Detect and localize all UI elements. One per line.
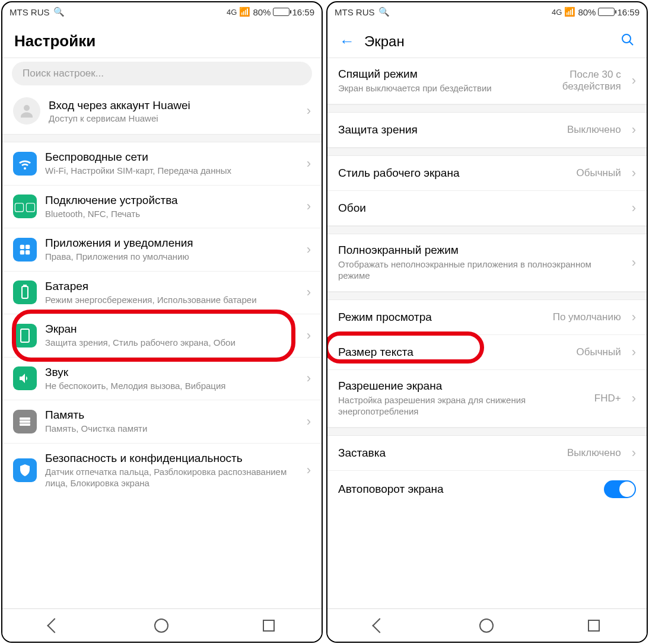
svg-rect-2 bbox=[26, 245, 30, 249]
row-title: Защита зрения bbox=[338, 123, 560, 136]
chevron-right-icon: › bbox=[632, 310, 636, 325]
signal-icon: 📶 bbox=[239, 7, 250, 17]
chevron-right-icon: › bbox=[632, 391, 636, 406]
row-resolution[interactable]: Разрешение экрана Настройка разрешения э… bbox=[327, 370, 647, 428]
nav-home-button[interactable] bbox=[154, 619, 168, 633]
devices-icon: ▢▢ bbox=[13, 195, 37, 218]
phone-left: MTS RUS 🔍 4G 📶 80% 16:59 Настройки Поиск… bbox=[1, 1, 323, 643]
svg-point-0 bbox=[24, 105, 30, 111]
row-text-size[interactable]: Размер текста Обычный › bbox=[327, 335, 647, 370]
row-fullscreen[interactable]: Полноэкранный режим Отображать неполноэк… bbox=[327, 234, 647, 292]
section-gap bbox=[327, 226, 647, 234]
nav-back-button[interactable] bbox=[47, 618, 62, 633]
clock: 16:59 bbox=[292, 7, 314, 17]
display-icon bbox=[13, 324, 37, 347]
row-title: Подключение устройства bbox=[45, 194, 298, 207]
page-header: ← Экран bbox=[327, 21, 647, 58]
back-button[interactable]: ← bbox=[339, 32, 355, 50]
clock: 16:59 bbox=[617, 7, 640, 17]
search-icon[interactable] bbox=[621, 33, 635, 50]
row-sub: Wi-Fi, Настройки SIM-карт, Передача данн… bbox=[45, 165, 298, 177]
row-home-style[interactable]: Стиль рабочего экрана Обычный › bbox=[327, 156, 647, 191]
row-sub: Отображать неполноэкранные приложения в … bbox=[338, 259, 621, 282]
row-title: Звук bbox=[45, 366, 298, 379]
account-sub: Доступ к сервисам Huawei bbox=[49, 113, 190, 123]
row-wallpaper[interactable]: Обои › bbox=[327, 191, 647, 226]
network-icon: 4G bbox=[552, 8, 562, 17]
carrier-label: MTS RUS bbox=[335, 7, 375, 17]
chevron-right-icon: › bbox=[307, 285, 311, 300]
chevron-right-icon: › bbox=[307, 463, 311, 478]
carrier-label: MTS RUS bbox=[9, 7, 50, 17]
row-sub: Настройка разрешения экрана для снижения… bbox=[338, 394, 587, 417]
row-title: Режим просмотра bbox=[338, 311, 546, 324]
svg-rect-7 bbox=[21, 329, 29, 342]
nav-home-button[interactable] bbox=[479, 619, 494, 633]
section-gap bbox=[2, 134, 322, 142]
account-row[interactable]: Вход через аккаунт Huawei Доступ к серви… bbox=[2, 91, 322, 134]
row-security[interactable]: Безопасность и конфиденциальность Датчик… bbox=[2, 444, 322, 498]
storage-icon bbox=[13, 410, 37, 433]
search-status-icon: 🔍 bbox=[378, 7, 390, 17]
nav-recent-button[interactable] bbox=[263, 620, 275, 632]
chevron-right-icon: › bbox=[307, 199, 311, 214]
row-apps[interactable]: Приложения и уведомления Права, Приложен… bbox=[2, 228, 322, 272]
auto-rotate-toggle[interactable] bbox=[604, 480, 636, 498]
row-title: Заставка bbox=[338, 447, 560, 460]
row-title: Беспроводные сети bbox=[45, 151, 298, 164]
chevron-right-icon: › bbox=[632, 165, 636, 181]
sound-icon bbox=[13, 366, 37, 390]
phone-right: MTS RUS 🔍 4G 📶 80% 16:59 ← Экран Спящий … bbox=[326, 1, 648, 643]
avatar-icon bbox=[13, 97, 40, 125]
row-title: Память bbox=[45, 409, 298, 422]
row-title: Размер текста bbox=[338, 346, 570, 359]
row-sub: Память, Очистка памяти bbox=[45, 423, 298, 435]
navbar bbox=[2, 608, 322, 642]
row-value: После 30 с бездействия bbox=[520, 69, 621, 93]
signal-icon: 📶 bbox=[564, 7, 575, 17]
row-title: Разрешение экрана bbox=[338, 380, 587, 393]
row-title: Приложения и уведомления bbox=[45, 237, 298, 250]
chevron-right-icon: › bbox=[307, 414, 311, 429]
svg-rect-10 bbox=[20, 423, 30, 426]
row-device-connect[interactable]: ▢▢ Подключение устройства Bluetooth, NFC… bbox=[2, 186, 322, 229]
row-sub: Датчик отпечатка пальца, Разблокировка р… bbox=[45, 466, 298, 489]
settings-scroll[interactable]: Поиск настроек... Вход через аккаунт Hua… bbox=[2, 58, 322, 608]
search-input[interactable]: Поиск настроек... bbox=[12, 62, 312, 85]
row-title: Стиль рабочего экрана bbox=[338, 167, 570, 180]
chevron-right-icon: › bbox=[632, 122, 636, 138]
row-auto-rotate[interactable]: Автоповорот экрана bbox=[327, 471, 647, 508]
chevron-right-icon: › bbox=[307, 103, 311, 119]
nav-recent-button[interactable] bbox=[588, 620, 600, 632]
search-status-icon: 🔍 bbox=[53, 7, 65, 17]
chevron-right-icon: › bbox=[307, 156, 311, 171]
apps-icon bbox=[13, 238, 37, 262]
chevron-right-icon: › bbox=[307, 242, 311, 257]
row-view-mode[interactable]: Режим просмотра По умолчанию › bbox=[327, 300, 647, 335]
battery-percent: 80% bbox=[253, 7, 271, 17]
svg-rect-6 bbox=[24, 285, 26, 286]
chevron-right-icon: › bbox=[632, 200, 636, 216]
section-gap bbox=[327, 292, 647, 300]
row-memory[interactable]: Память Память, Очистка памяти › bbox=[2, 400, 322, 444]
row-sub: Защита зрения, Стиль рабочего экрана, Об… bbox=[45, 337, 298, 349]
row-sound[interactable]: Звук Не беспокоить, Мелодия вызова, Вибр… bbox=[2, 358, 322, 401]
row-battery[interactable]: Батарея Режим энергосбережения, Использо… bbox=[2, 272, 322, 315]
display-settings-scroll[interactable]: Спящий режим Экран выключается при безде… bbox=[327, 58, 647, 608]
chevron-right-icon: › bbox=[632, 73, 636, 88]
row-wireless[interactable]: Беспроводные сети Wi-Fi, Настройки SIM-к… bbox=[2, 142, 322, 186]
page-title: Настройки bbox=[14, 32, 96, 50]
statusbar: MTS RUS 🔍 4G 📶 80% 16:59 bbox=[327, 2, 647, 21]
statusbar: MTS RUS 🔍 4G 📶 80% 16:59 bbox=[2, 2, 322, 21]
navbar bbox=[327, 608, 647, 642]
row-title: Спящий режим bbox=[338, 68, 513, 81]
row-screensaver[interactable]: Заставка Выключено › bbox=[327, 436, 647, 471]
page-title: Экран bbox=[364, 33, 405, 50]
row-eye-comfort[interactable]: Защита зрения Выключено › bbox=[327, 113, 647, 148]
chevron-right-icon: › bbox=[307, 371, 311, 386]
row-display[interactable]: Экран Защита зрения, Стиль рабочего экра… bbox=[2, 314, 322, 358]
section-gap bbox=[327, 148, 647, 156]
nav-back-button[interactable] bbox=[373, 618, 387, 633]
row-sleep[interactable]: Спящий режим Экран выключается при безде… bbox=[327, 58, 647, 104]
shield-icon bbox=[13, 458, 37, 482]
